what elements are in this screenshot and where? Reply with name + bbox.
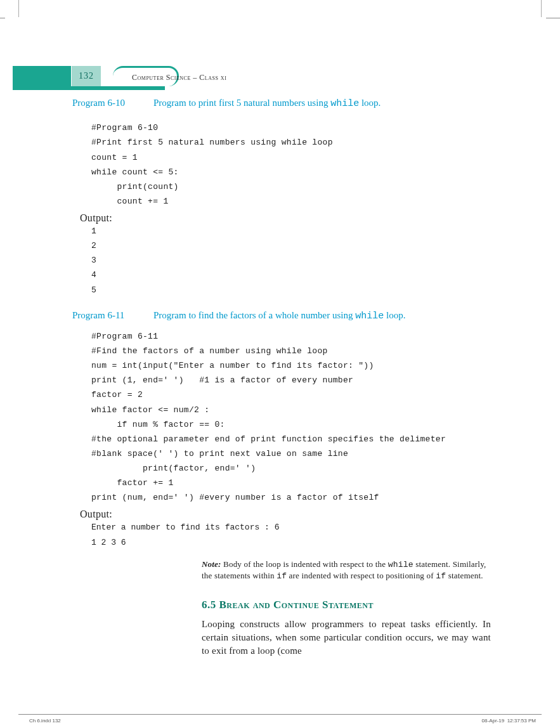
footer-rule <box>18 714 542 715</box>
header-green-block <box>13 66 71 86</box>
page-number: 132 <box>72 66 101 86</box>
program-611-code: #Program 6-11 #Find the factors of a num… <box>91 329 504 505</box>
section-title: Break and Continue Statement <box>219 599 374 611</box>
desc-text: Program to find the factors of a whole n… <box>153 310 355 320</box>
program-610-title: Program 6-10 Program to print first 5 na… <box>72 96 504 110</box>
rule-left <box>0 18 5 18</box>
note-text: are indented with respect to positioning… <box>287 571 436 580</box>
program-611-output: Enter a number to find its factors : 6 1… <box>91 520 504 549</box>
footer-date: 08-Apr-19 <box>482 718 505 724</box>
desc-text: Program to print first 5 natural numbers… <box>153 98 330 108</box>
program-611-title: Program 6-11 Program to find the factors… <box>72 309 504 323</box>
footer-time: 12:37:53 PM <box>507 718 536 724</box>
page-content: Program 6-10 Program to print first 5 na… <box>72 96 504 658</box>
note-mono: if <box>277 571 287 581</box>
section-heading: 6.5 Break and Continue Statement <box>202 599 504 611</box>
page-top-border <box>18 0 542 17</box>
program-610-output: 1 2 3 4 5 <box>91 224 504 297</box>
program-number: Program 6-10 <box>72 96 153 110</box>
output-label: Output: <box>80 212 504 224</box>
book-title: Computer Science – Class xi <box>132 73 226 82</box>
program-610-code: #Program 6-10 #Print first 5 natural num… <box>91 120 504 209</box>
note-block: Note: Body of the loop is indented with … <box>202 559 491 582</box>
footer-right: 08-Apr-19 12:37:53 PM <box>482 718 536 724</box>
section-number: 6.5 <box>202 599 216 611</box>
body-paragraph: Looping constructs allow programmers to … <box>202 618 491 658</box>
program-desc: Program to print first 5 natural numbers… <box>153 96 504 110</box>
rule-right <box>546 18 560 18</box>
note-mono: if <box>436 571 446 581</box>
note-bold: Note: <box>202 559 221 569</box>
note-text: Body of the loop is indented with respec… <box>221 559 388 569</box>
note-mono: while <box>388 560 413 569</box>
desc-text: loop. <box>359 98 381 108</box>
desc-text: loop. <box>384 310 405 320</box>
footer-left: Ch 6.indd 132 <box>29 718 61 724</box>
output-label: Output: <box>80 509 504 520</box>
note-text: statement. <box>446 571 483 580</box>
program-number: Program 6-11 <box>72 309 153 323</box>
program-desc: Program to find the factors of a whole n… <box>153 309 504 323</box>
header-green-bar <box>13 86 165 90</box>
desc-mono: while <box>330 98 359 109</box>
desc-mono: while <box>355 311 384 322</box>
